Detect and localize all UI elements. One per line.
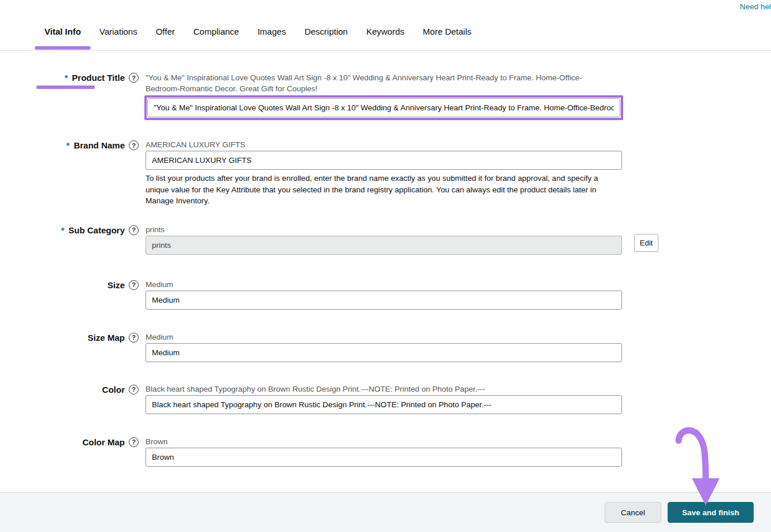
product-edit-page: { "header": { "need_help_label": "Need h… [0,0,771,532]
color-map-label: Color Map [83,437,125,448]
product-title-hint: "You & Me" Inspirational Love Quotes Wal… [146,72,605,94]
color-map-label-group: Color Map ? [0,437,139,467]
size-map-label-group: Size Map ? [0,332,139,362]
brand-name-label-group: * Brand Name ? [0,140,139,207]
field-row-sub-category: * Sub Category ? prints Edit [0,225,771,255]
color-map-field: Brown [146,437,622,467]
required-asterisk: * [66,140,70,151]
brand-name-field: AMERICAN LUXURY GIFTS To list your produ… [146,140,622,207]
size-label-group: Size ? [0,280,139,310]
product-title-label-group: * Product Title ? [0,72,139,120]
purple-highlight-box-annotation [144,95,623,120]
size-input[interactable] [146,291,622,310]
help-icon[interactable]: ? [129,385,139,395]
size-map-hint: Medium [146,332,622,342]
color-hint: Black heart shaped Typography on Brown R… [146,384,622,394]
color-field: Black heart shaped Typography on Brown R… [146,384,622,414]
tab-keywords[interactable]: Keywords [357,27,414,50]
color-map-hint: Brown [146,437,622,447]
tab-vital-info[interactable]: Vital Info [35,27,90,50]
edit-button[interactable]: Edit [634,234,658,252]
footer-action-bar: Cancel Save and finish [0,492,771,532]
color-label-group: Color ? [0,384,139,414]
brand-name-label: Brand Name [74,140,125,151]
page-header: Need help? Vital Info Variations Offer C… [0,0,771,51]
tab-compliance[interactable]: Compliance [184,27,248,50]
need-help-link[interactable]: Need help? [740,2,771,11]
purple-underline-annotation [36,85,95,89]
brand-name-help-text: To list your products after your brand i… [146,173,614,207]
field-row-size: Size ? Medium [0,280,771,310]
required-asterisk: * [65,73,68,83]
sub-category-label: Sub Category [68,225,125,236]
save-and-finish-button[interactable]: Save and finish [668,502,754,523]
help-icon[interactable]: ? [129,280,139,290]
brand-name-hint: AMERICAN LUXURY GIFTS [146,140,622,150]
size-field: Medium [146,280,622,310]
sub-category-hint: prints [146,225,622,235]
product-title-input[interactable] [147,98,620,117]
tab-bar: Vital Info Variations Offer Compliance I… [35,27,481,50]
help-icon[interactable]: ? [129,140,139,150]
field-row-color-map: Color Map ? Brown [0,437,771,467]
required-asterisk: * [61,225,65,236]
sub-category-field: prints [146,225,622,255]
field-row-brand-name: * Brand Name ? AMERICAN LUXURY GIFTS To … [0,140,771,207]
size-hint: Medium [146,280,622,289]
cancel-button[interactable]: Cancel [605,502,661,523]
size-map-label: Size Map [88,333,125,343]
size-map-input[interactable] [146,343,622,362]
vital-info-form: * Product Title ? "You & Me" Inspiration… [0,51,771,467]
size-label: Size [107,280,125,291]
field-row-color: Color ? Black heart shaped Typography on… [0,384,771,414]
help-icon[interactable]: ? [129,333,139,343]
help-icon[interactable]: ? [129,225,139,235]
color-label: Color [102,385,125,395]
sub-category-input [146,236,622,255]
color-input[interactable] [146,395,622,414]
help-icon[interactable]: ? [129,437,139,447]
field-row-product-title: * Product Title ? "You & Me" Inspiration… [0,72,771,120]
brand-name-input[interactable] [146,151,622,170]
size-map-field: Medium [146,332,622,362]
sub-category-label-group: * Sub Category ? [0,225,139,255]
tab-more-details[interactable]: More Details [414,27,481,50]
field-row-size-map: Size Map ? Medium [0,332,771,362]
tab-images[interactable]: Images [248,27,295,50]
tab-variations[interactable]: Variations [90,27,147,50]
product-title-label: Product Title [72,73,125,83]
product-title-field: "You & Me" Inspirational Love Quotes Wal… [146,72,622,120]
color-map-input[interactable] [146,448,622,467]
tab-description[interactable]: Description [295,27,357,50]
tab-offer[interactable]: Offer [147,27,184,50]
help-icon[interactable]: ? [129,73,139,83]
